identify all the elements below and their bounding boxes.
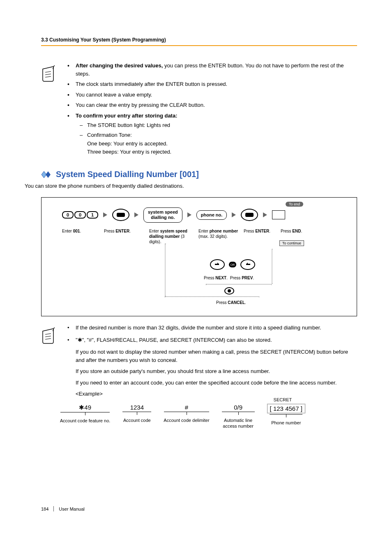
- or-badge: OR: [229, 262, 236, 267]
- note1-sub2a: One beep: Your entry is accepted.: [87, 140, 357, 148]
- heading-diamond-icon: [41, 171, 53, 178]
- section-heading: System Speed Dialling Number [001]: [56, 170, 199, 179]
- note1-item4: You can clear the entry by pressing the …: [64, 101, 357, 109]
- note-icon: [41, 63, 58, 83]
- svg-rect-10: [246, 264, 250, 265]
- svg-line-1: [45, 74, 51, 75]
- note2-item1: If the desired number is more than 32 di…: [64, 324, 357, 332]
- caption-enter-phone: Enter phone number(max. 32 digits).: [198, 228, 240, 244]
- caption-press-cancel: Press CANCEL.: [216, 300, 246, 305]
- caption-press-next: Press NEXT.: [204, 276, 228, 280]
- arrow-icon: [134, 212, 138, 217]
- note2-para3: If you need to enter an account code, yo…: [64, 379, 357, 387]
- prev-button-icon: [240, 259, 255, 270]
- flow-box-phone: phone no.: [196, 210, 227, 220]
- ex-label-5: Phone number: [271, 420, 301, 426]
- note1-sub2b: Three beeps: Your entry is rejected.: [87, 148, 357, 156]
- phone-key-0b: 0: [74, 211, 86, 219]
- phone-key-0a: 0: [62, 211, 74, 219]
- ex-val-4: 0/9: [234, 404, 242, 411]
- cancel-button-icon: [224, 287, 234, 295]
- example-label: <Example>: [64, 390, 357, 398]
- svg-line-14: [45, 339, 51, 339]
- flow-diagram: To end To continue 0 0 1 system speeddia…: [41, 197, 357, 316]
- caption-press-prev: Press PREV.: [230, 276, 254, 280]
- end-box: [272, 210, 285, 219]
- arrow-icon: [103, 212, 107, 217]
- secret-label: SECRET: [274, 397, 292, 402]
- page-header-section: 3.3 Customising Your System (System Prog…: [41, 37, 357, 43]
- to-continue-label: To continue: [279, 240, 304, 246]
- note1-item2: The clock starts immediately after the E…: [64, 80, 357, 88]
- enter-button-icon: [112, 209, 129, 221]
- notes-block-2: If the desired number is more than 32 di…: [64, 324, 357, 429]
- svg-marker-6: [46, 171, 51, 178]
- ex-label-3: Account code delimiter: [164, 417, 209, 423]
- to-end-label: To end: [286, 202, 303, 207]
- flow-box-ssd: system speeddialling no.: [143, 207, 182, 222]
- note1-sub2: Confirmation Tone: One beep: Your entry …: [76, 131, 357, 156]
- note2-para1: If you do not want to display the stored…: [64, 348, 357, 364]
- note1-item5: To confirm your entry after storing data…: [64, 112, 357, 156]
- caption-enter-001: Enter 001.: [62, 228, 100, 244]
- enter-button-icon-2: [241, 209, 258, 221]
- svg-line-2: [45, 76, 51, 77]
- note2-para2: If you store an outside party's number, …: [64, 367, 357, 375]
- svg-rect-8: [215, 264, 219, 265]
- page-footer: 184 User Manual: [41, 506, 85, 511]
- note1-sub1: The STORE button light: Lights red: [76, 121, 357, 129]
- svg-line-13: [45, 336, 51, 337]
- notes-block-1: After changing the desired values, you c…: [64, 62, 357, 158]
- keypad-001: 0 0 1: [62, 211, 98, 219]
- arrow-icon: [232, 212, 236, 217]
- ex-val-3: #: [185, 404, 188, 411]
- phone-key-1: 1: [87, 211, 98, 219]
- section-intro: You can store the phone numbers of frequ…: [25, 182, 357, 190]
- svg-line-12: [45, 334, 51, 334]
- note1-item1: After changing the desired values, you c…: [64, 62, 357, 78]
- caption-press-enter2: Press ENTER.: [244, 228, 277, 244]
- note2-item2: "✱", "#", FLASH/RECALL, PAUSE, and SECRE…: [64, 336, 357, 344]
- ex-label-4: Automatic line access number: [223, 417, 254, 429]
- caption-enter-ssd: Enter system speed dialling number (3 di…: [149, 228, 194, 244]
- caption-press-enter: Press ENTER.: [104, 228, 145, 244]
- svg-point-11: [228, 289, 231, 292]
- note1-item3: You cannot leave a value empty.: [64, 91, 357, 99]
- svg-line-0: [45, 71, 51, 72]
- next-button-icon: [210, 259, 225, 270]
- footer-manual-label: User Manual: [59, 507, 84, 511]
- header-divider: [41, 45, 357, 46]
- arrow-icon: [263, 212, 267, 217]
- ex-label-2: Account code: [123, 417, 151, 423]
- ex-label-1: Account code feature no.: [60, 418, 110, 424]
- arrow-icon: [187, 212, 191, 217]
- ex-val-1: ✱49: [79, 404, 91, 411]
- secret-box: [ 123 4567 ]: [267, 404, 305, 413]
- ex-val-2: 1234: [130, 404, 144, 411]
- page-number: 184: [41, 507, 48, 511]
- note-icon: [41, 325, 58, 345]
- example-row: ✱49 Account code feature no. 1234 Accoun…: [60, 404, 357, 429]
